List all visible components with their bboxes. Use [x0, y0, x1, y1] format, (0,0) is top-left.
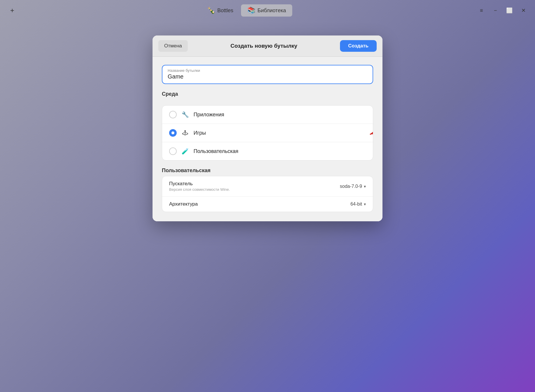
create-button[interactable]: Создать [340, 40, 377, 52]
runner-title: Пускатель [169, 181, 230, 187]
arch-option-left: Архитектура [169, 201, 198, 207]
customization-section: Пользовательская Пускатель Версия слоя с… [162, 168, 373, 212]
radio-circle-apps [169, 111, 177, 118]
arch-option-row[interactable]: Архитектура 64-bit ▾ [162, 197, 373, 212]
custom-icon: 🧪 [181, 148, 189, 155]
runner-value-selector[interactable]: soda-7.0-9 ▾ [340, 184, 366, 189]
minimize-button[interactable]: − [490, 5, 501, 16]
radio-item-apps[interactable]: 🔧 Приложения [162, 106, 373, 124]
cancel-button[interactable]: Отмена [158, 40, 188, 52]
environment-section: Среда [162, 91, 373, 98]
games-icon: 🕹 [181, 130, 189, 136]
maximize-icon: ⬜ [506, 7, 513, 14]
main-content: Отмена Создать новую бутылку Создать Наз… [0, 21, 535, 392]
radio-item-custom[interactable]: 🧪 Пользовательская [162, 142, 373, 160]
radio-circle-custom [169, 147, 177, 155]
environment-heading: Среда [162, 91, 373, 97]
hamburger-button[interactable]: ≡ [476, 5, 487, 16]
window-controls: ≡ − ⬜ ✕ [476, 5, 529, 16]
radio-label-apps: Приложения [194, 112, 224, 118]
dialog-header: Отмена Создать новую бутылку Создать [153, 35, 382, 57]
create-bottle-dialog: Отмена Создать новую бутылку Создать Наз… [153, 35, 382, 221]
add-icon: + [10, 6, 14, 15]
radio-circle-games [169, 129, 177, 137]
close-icon: ✕ [521, 7, 526, 14]
runner-value: soda-7.0-9 [340, 184, 362, 189]
titlebar-center: 🍾 Bottles 📚 Библиотека [19, 4, 476, 17]
runner-option-row[interactable]: Пускатель Версия слоя совместимости Wine… [162, 176, 373, 197]
arrow-annotation [361, 126, 373, 140]
library-nav-button[interactable]: 📚 Библиотека [241, 4, 293, 17]
bottle-name-label: Название бутылки [168, 68, 367, 73]
dialog-title: Создать новую бутылку [231, 43, 297, 49]
minimize-icon: − [494, 8, 497, 14]
runner-subtitle: Версия слоя совместимости Wine. [169, 187, 230, 192]
dialog-body: Название бутылки Game Среда 🔧 Приложения [153, 57, 382, 221]
maximize-button[interactable]: ⬜ [504, 5, 515, 16]
customization-heading: Пользовательская [162, 168, 373, 174]
bottle-name-value: Game [168, 73, 367, 80]
arch-value: 64-bit [350, 202, 362, 207]
bottles-nav-button[interactable]: 🍾 Bottles [202, 4, 239, 17]
bottles-icon: 🍾 [207, 7, 215, 14]
radio-label-games: Игры [194, 130, 206, 136]
titlebar: + 🍾 Bottles 📚 Библиотека ≡ − ⬜ ✕ [0, 0, 535, 21]
custom-options-group: Пускатель Версия слоя совместимости Wine… [162, 176, 373, 212]
library-icon: 📚 [247, 7, 255, 14]
arch-chevron-icon: ▾ [364, 202, 366, 206]
radio-label-custom: Пользовательская [194, 148, 238, 154]
apps-icon: 🔧 [181, 111, 189, 118]
runner-chevron-icon: ▾ [364, 184, 366, 189]
arch-title: Архитектура [169, 201, 198, 207]
environment-radio-group: 🔧 Приложения 🕹 Игры [162, 105, 373, 161]
runner-option-left: Пускатель Версия слоя совместимости Wine… [169, 181, 230, 192]
bottle-name-input[interactable]: Название бутылки Game [162, 65, 373, 84]
arch-value-selector[interactable]: 64-bit ▾ [350, 202, 366, 207]
add-button[interactable]: + [6, 4, 19, 17]
radio-item-games[interactable]: 🕹 Игры [162, 124, 373, 142]
bottles-title: Bottles [217, 8, 233, 14]
close-button[interactable]: ✕ [518, 5, 529, 16]
library-label: Библиотека [258, 8, 286, 14]
hamburger-icon: ≡ [480, 8, 483, 14]
